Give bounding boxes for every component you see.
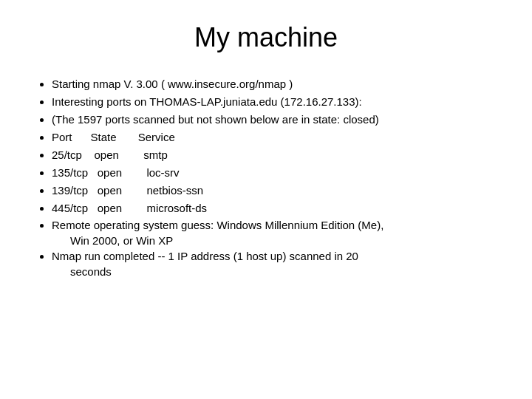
page-title: My machine: [194, 22, 338, 53]
bullet-4: Port State Service: [52, 129, 502, 146]
bullet-7: 139/tcp open netbios-ssn: [52, 182, 502, 200]
bullet-9: Remote operating system guess: Windows M…: [52, 217, 502, 248]
bullet-2: Interesting ports on THOMAS-LAP.juniata.…: [52, 93, 502, 111]
bullet-list: Starting nmap V. 3.00 ( www.insecure.org…: [30, 75, 502, 279]
bullet-5: 25/tcp open smtp: [52, 146, 502, 164]
bullet-10: Nmap run completed -- 1 IP address (1 ho…: [52, 248, 502, 279]
bullet-8: 445/tcp open microsoft-ds: [52, 200, 502, 217]
bullet-6: 135/tcp open loc-srv: [52, 164, 502, 182]
bullet-3: (The 1597 ports scanned but not shown be…: [52, 111, 502, 129]
bullet-1: Starting nmap V. 3.00 ( www.insecure.org…: [52, 75, 502, 93]
